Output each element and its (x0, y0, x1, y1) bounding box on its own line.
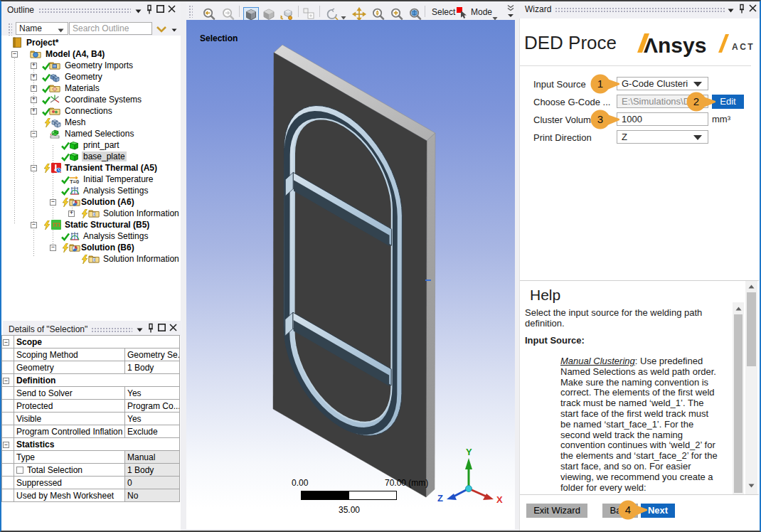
svg-text:2: 2 (693, 95, 699, 107)
svg-text:3: 3 (597, 113, 603, 125)
svg-text:1: 1 (597, 78, 603, 90)
svg-text:Λnsys: Λnsys (644, 33, 706, 57)
svg-text:X: X (496, 494, 503, 505)
svg-text:Z: Z (437, 493, 443, 504)
svg-text:T=0: T=0 (70, 179, 79, 185)
svg-text:4: 4 (625, 504, 631, 516)
svg-text:Y: Y (466, 447, 472, 457)
svg-text:ACT: ACT (732, 42, 755, 52)
